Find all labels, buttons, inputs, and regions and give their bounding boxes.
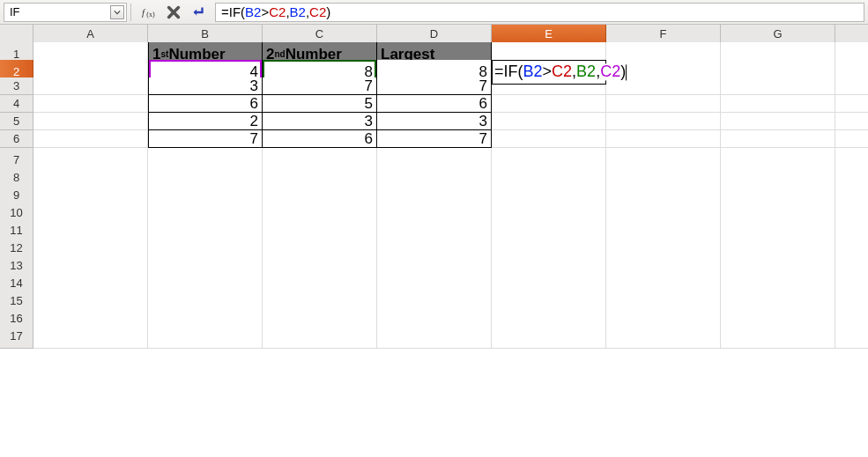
row-header-5[interactable]: 5 [0, 113, 33, 130]
cell-4[interactable] [835, 95, 868, 113]
row-header-17[interactable]: 17 [0, 324, 33, 349]
cell-D5[interactable]: 3 [377, 113, 492, 130]
cell-E2-editing[interactable]: =IF(B2>C2,B2,C2) [492, 60, 606, 85]
cell-C4[interactable]: 5 [263, 95, 377, 113]
cell-B5[interactable]: 2 [148, 113, 263, 130]
cell-F5[interactable] [606, 113, 721, 130]
cell-B17[interactable] [148, 324, 263, 349]
cell-G3[interactable] [721, 77, 835, 95]
column-header-C[interactable]: C [263, 25, 377, 44]
cell-D4[interactable]: 6 [377, 95, 492, 113]
cell-A3[interactable] [33, 77, 148, 95]
column-header-B[interactable]: B [148, 25, 263, 44]
cell-G5[interactable] [721, 113, 835, 130]
svg-text:(x): (x) [146, 10, 155, 18]
cell-D17[interactable] [377, 324, 492, 349]
cell-F17[interactable] [606, 324, 721, 349]
formula-input-text: =IF(B2>C2,B2,C2) [221, 4, 330, 21]
cell-A17[interactable] [33, 324, 148, 349]
cell-A6[interactable] [33, 130, 148, 148]
cell-G6[interactable] [721, 130, 835, 148]
spreadsheet-grid[interactable]: ABCDEFG11st Number2nd NumberLargest2488=… [0, 25, 868, 342]
column-header-F[interactable]: F [606, 25, 721, 44]
cell-6[interactable] [835, 130, 868, 148]
name-box[interactable]: IF [4, 3, 127, 22]
cell-C6[interactable]: 6 [263, 130, 377, 148]
cell-3[interactable] [835, 77, 868, 95]
cell-D6[interactable]: 7 [377, 130, 492, 148]
separator [130, 4, 134, 21]
cell-5[interactable] [835, 113, 868, 130]
chevron-down-icon [114, 9, 121, 16]
cell-C3[interactable]: 7 [263, 77, 377, 95]
formula-input[interactable]: =IF(B2>C2,B2,C2) [215, 3, 864, 22]
function-wizard-button[interactable]: f (x) [137, 3, 160, 22]
enter-icon [190, 4, 206, 20]
column-header-E[interactable]: E [492, 25, 606, 44]
column-header-extra[interactable] [835, 25, 868, 44]
fx-icon: f (x) [141, 4, 157, 20]
column-header-G[interactable]: G [721, 25, 835, 44]
cell-B6[interactable]: 7 [148, 130, 263, 148]
row-header-6[interactable]: 6 [0, 130, 33, 148]
cell-E5[interactable] [492, 113, 606, 130]
cell-G17[interactable] [721, 324, 835, 349]
cell-E4[interactable] [492, 95, 606, 113]
cell-A4[interactable] [33, 95, 148, 113]
cell-X17[interactable] [835, 324, 868, 349]
formula-bar: IF f (x) =IF(B2>C2,B2,C2) [0, 0, 868, 25]
accept-button[interactable] [187, 3, 210, 22]
cell-C5[interactable]: 3 [263, 113, 377, 130]
row-header-4[interactable]: 4 [0, 95, 33, 113]
cell-C17[interactable] [263, 324, 377, 349]
cell-F4[interactable] [606, 95, 721, 113]
row-header-3[interactable]: 3 [0, 77, 33, 95]
cell-G4[interactable] [721, 95, 835, 113]
name-box-value: IF [10, 5, 20, 18]
cell-B3[interactable]: 3 [148, 77, 263, 95]
cancel-icon [166, 4, 182, 20]
cell-A5[interactable] [33, 113, 148, 130]
column-header-A[interactable]: A [33, 25, 148, 44]
column-header-D[interactable]: D [377, 25, 492, 44]
cell-E17[interactable] [492, 324, 606, 349]
cancel-button[interactable] [162, 3, 185, 22]
cell-D3[interactable]: 7 [377, 77, 492, 95]
name-box-dropdown[interactable] [110, 5, 124, 19]
cell-B4[interactable]: 6 [148, 95, 263, 113]
select-all-corner[interactable] [0, 25, 33, 44]
cell-F6[interactable] [606, 130, 721, 148]
cell-E6[interactable] [492, 130, 606, 148]
svg-text:f: f [142, 6, 146, 17]
